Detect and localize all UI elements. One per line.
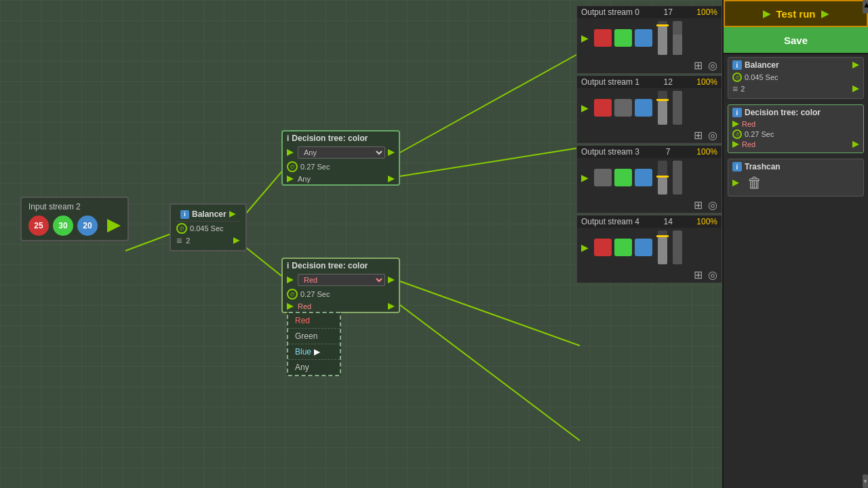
dt-bottom-info-badge[interactable]: i (287, 261, 289, 270)
dt-bottom-out3-connector (388, 303, 395, 310)
stream-1-header: Output stream 1 12 100% (577, 76, 722, 88)
dropdown-item-green[interactable]: Green (288, 329, 340, 344)
balancer-speed-row: ⏱ 0.045 Sec (176, 223, 240, 234)
stream-3-slider2[interactable] (673, 161, 682, 195)
dropdown-item-any[interactable]: Any (288, 360, 340, 375)
rp-balancer-header: i Balancer (732, 60, 859, 70)
stream-4-slider[interactable] (658, 230, 667, 264)
balancer-info-badge[interactable]: i (180, 210, 189, 219)
stream-3-color-blue (635, 169, 652, 186)
stack-icon-1: ⊞ (694, 129, 703, 142)
dt-top-out3-connector (388, 176, 395, 182)
dt-top-filter-row[interactable]: Any (283, 145, 399, 160)
test-run-label: Test run (776, 8, 815, 20)
output-stream-0: Output stream 0 17 100% ▶ ⊞ ◎ (576, 5, 722, 74)
stream-1-slider2[interactable] (673, 91, 682, 125)
balancer-node[interactable]: i Balancer ⏱ 0.045 Sec ≡ 2 (170, 203, 247, 251)
ball-red: 25 (28, 216, 49, 236)
rp-trashcan-info[interactable]: i (732, 162, 742, 171)
svg-line-5 (400, 281, 580, 346)
balancer-out2-connector (233, 237, 240, 244)
dt-top-in-connector (287, 149, 294, 156)
test-run-button[interactable]: ▶ Test run ▶ (724, 0, 868, 27)
rp-balancer-out (852, 62, 859, 68)
rp-speed-gauge-icon: ⏱ (732, 73, 742, 82)
stream-3-count: 7 (666, 147, 671, 157)
stream-1-color-red (594, 99, 612, 117)
right-panel: ▲ ▶ Test run ▶ Save i Balancer ⏱ 0.045 S… (722, 0, 868, 488)
dropdown-item-red[interactable]: Red (288, 313, 340, 329)
svg-line-6 (400, 305, 580, 441)
target-icon: ◎ (708, 59, 717, 72)
rp-balancer-speed-row: ⏱ 0.045 Sec (732, 73, 859, 82)
svg-line-3 (400, 53, 580, 152)
rp-dt-color2-row: Red (732, 140, 859, 148)
stream-4-title: Output stream 4 (581, 217, 639, 226)
stream-3-slider[interactable] (658, 161, 667, 195)
stack-icon-4: ⊞ (694, 268, 703, 281)
stream-3-pct: 100% (696, 147, 717, 157)
stream-3-color-gray (594, 169, 612, 186)
speed-gauge-icon: ⏱ (176, 223, 187, 234)
rp-balancer-info[interactable]: i (732, 60, 742, 70)
rp-dt-in (732, 121, 739, 127)
stream-4-color-red (594, 239, 612, 256)
stream-0-color-blue (635, 29, 652, 47)
svg-line-4 (400, 148, 580, 176)
dt-top-node[interactable]: i Decision tree: color Any ⏱ 0.27 Sec An… (281, 130, 400, 186)
test-run-play-right-icon: ▶ (821, 8, 829, 19)
input-stream-balls: 25 30 20 (28, 216, 121, 236)
output-stream-1: Output stream 1 12 100% ▶ ⊞ ◎ (576, 75, 722, 144)
color-dropdown[interactable]: Red Green Blue ▶ Any (287, 312, 341, 376)
stream-4-count: 14 (663, 217, 672, 226)
save-button[interactable]: Save (724, 27, 868, 54)
rp-balancer-out2 (852, 85, 859, 92)
stream-3-color-green (614, 169, 632, 186)
output-streams-panel: Output stream 0 17 100% ▶ ⊞ ◎ Output str… (576, 0, 722, 285)
rp-trashcan-node[interactable]: i Trashcan 🗑 (728, 159, 864, 197)
dt-bottom-filter-row[interactable]: Red (283, 272, 399, 287)
dt-bottom-node[interactable]: i Decision tree: color Red ⏱ 0.27 Sec Re… (281, 258, 400, 313)
rp-trashcan-body: 🗑 (732, 174, 859, 192)
stream-4-color-green (614, 239, 632, 256)
stream-0-icons: ⊞ ◎ (577, 58, 722, 73)
stream-1-title: Output stream 1 (581, 77, 639, 87)
rp-dt-node[interactable]: i Decision tree: color Red ⏱ 0.27 Sec Re… (728, 104, 864, 153)
dt-top-speed-row: ⏱ 0.27 Sec (283, 160, 399, 174)
rp-dt-speed-icon: ⏱ (732, 129, 742, 139)
rp-dt-info[interactable]: i (732, 108, 742, 117)
trash-bin-icon: 🗑 (747, 174, 762, 192)
stream-0-slider2[interactable] (673, 21, 682, 55)
dt-bottom-filter-select[interactable]: Red (298, 274, 385, 286)
dt-top-info-badge[interactable]: i (287, 134, 289, 143)
scroll-down[interactable]: ▼ (863, 474, 868, 488)
save-label: Save (784, 35, 808, 46)
stream-1-slider[interactable] (658, 91, 667, 125)
scroll-up[interactable]: ▲ (863, 0, 868, 14)
balancer-out-connector (229, 211, 236, 218)
rp-dt-color-row: Red (732, 120, 859, 128)
input-stream-connector (107, 219, 121, 232)
dt-bottom-output-row[interactable]: Red (283, 301, 399, 312)
cursor-arrow-icon: ▶ (314, 347, 320, 357)
dropdown-item-blue[interactable]: Blue ▶ (288, 344, 340, 360)
ball-blue: 20 (77, 216, 98, 236)
stream-0-slider[interactable] (658, 21, 667, 55)
rp-trashcan-in (732, 180, 739, 186)
stream-3-play-icon: ▶ (581, 172, 589, 183)
stream-4-slider2[interactable] (673, 230, 682, 264)
stream-3-title: Output stream 3 (581, 147, 639, 157)
dt-top-filter-select[interactable]: Any (298, 146, 385, 159)
rp-balancer-node[interactable]: i Balancer ⏱ 0.045 Sec ≡ 2 (728, 57, 864, 99)
rp-dt-speed-row: ⏱ 0.27 Sec (732, 129, 859, 139)
stream-0-color-red (594, 29, 612, 47)
dt-top-output-row[interactable]: Any (283, 174, 399, 184)
rp-dt-in2 (732, 141, 739, 148)
ball-green: 30 (53, 216, 73, 236)
dt-bottom-speed-icon: ⏱ (287, 289, 298, 300)
dt-bottom-in-connector (287, 277, 294, 283)
stream-0-count: 17 (663, 7, 672, 17)
stack-icon-3: ⊞ (694, 199, 703, 211)
stream-0-color-green (614, 29, 632, 47)
rp-trashcan-header: i Trashcan (732, 162, 859, 171)
